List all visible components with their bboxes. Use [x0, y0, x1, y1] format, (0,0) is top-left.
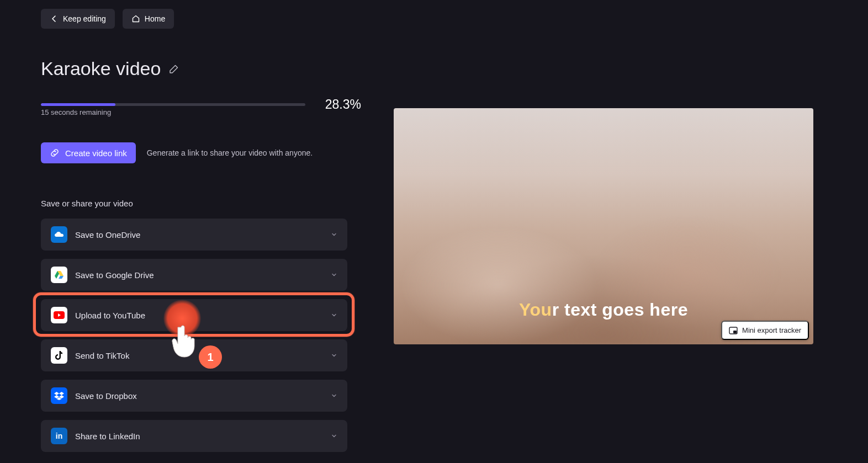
- svg-rect-2: [733, 331, 737, 333]
- home-button[interactable]: Home: [123, 9, 174, 29]
- linkedin-icon: in: [51, 428, 67, 444]
- onedrive-icon: [51, 226, 67, 243]
- share-item-label: Save to Google Drive: [75, 270, 154, 280]
- share-item-onedrive[interactable]: Save to OneDrive: [41, 219, 347, 251]
- preview-overlay-rest: r text goes here: [552, 300, 688, 320]
- chevron-down-icon: [331, 312, 337, 318]
- pip-icon: [729, 327, 738, 334]
- link-description: Generate a link to share your video with…: [147, 148, 313, 157]
- annotation-click-target: [163, 300, 201, 337]
- video-preview: Your text goes here Mini export tracker: [394, 108, 813, 344]
- home-label: Home: [145, 14, 165, 23]
- edit-title-icon[interactable]: [168, 63, 179, 74]
- preview-overlay-text: Your text goes here: [394, 300, 813, 320]
- keep-editing-button[interactable]: Keep editing: [41, 9, 115, 29]
- chevron-down-icon: [331, 272, 337, 278]
- keep-editing-label: Keep editing: [63, 14, 106, 23]
- create-video-link-button[interactable]: Create video link: [41, 142, 136, 163]
- preview-overlay-accent: You: [519, 300, 552, 320]
- tiktok-icon: [51, 347, 67, 364]
- share-item-label: Save to Dropbox: [75, 391, 137, 401]
- create-video-link-label: Create video link: [65, 148, 127, 158]
- export-progress-fill: [41, 103, 115, 106]
- share-item-label: Save to OneDrive: [75, 230, 140, 240]
- mini-tracker-label: Mini export tracker: [742, 326, 801, 334]
- chevron-down-icon: [331, 231, 337, 238]
- annotation-step-badge: 1: [199, 345, 222, 369]
- chevron-down-icon: [331, 392, 337, 399]
- share-item-dropbox[interactable]: Save to Dropbox: [41, 380, 347, 412]
- link-icon: [50, 148, 60, 158]
- share-item-label: Send to TikTok: [75, 351, 129, 360]
- chevron-down-icon: [331, 352, 337, 359]
- mini-export-tracker-button[interactable]: Mini export tracker: [721, 321, 809, 340]
- export-remaining: 15 seconds remaining: [41, 108, 111, 116]
- share-section-label: Save or share your video: [41, 199, 133, 208]
- arrow-left-icon: [50, 14, 59, 23]
- dropbox-icon: [51, 387, 67, 404]
- google-drive-icon: [51, 267, 67, 283]
- share-item-label: Upload to YouTube: [75, 311, 145, 320]
- share-item-label: Share to LinkedIn: [75, 432, 140, 441]
- home-icon: [131, 14, 140, 23]
- export-progress-bar: [41, 103, 305, 106]
- project-title: Karaoke video: [41, 58, 161, 79]
- share-item-tiktok[interactable]: Send to TikTok: [41, 339, 347, 371]
- youtube-icon: [51, 307, 67, 323]
- share-item-linkedin[interactable]: in Share to LinkedIn: [41, 420, 347, 452]
- export-percent: 28.3%: [325, 97, 361, 112]
- share-item-google-drive[interactable]: Save to Google Drive: [41, 259, 347, 291]
- chevron-down-icon: [331, 433, 337, 439]
